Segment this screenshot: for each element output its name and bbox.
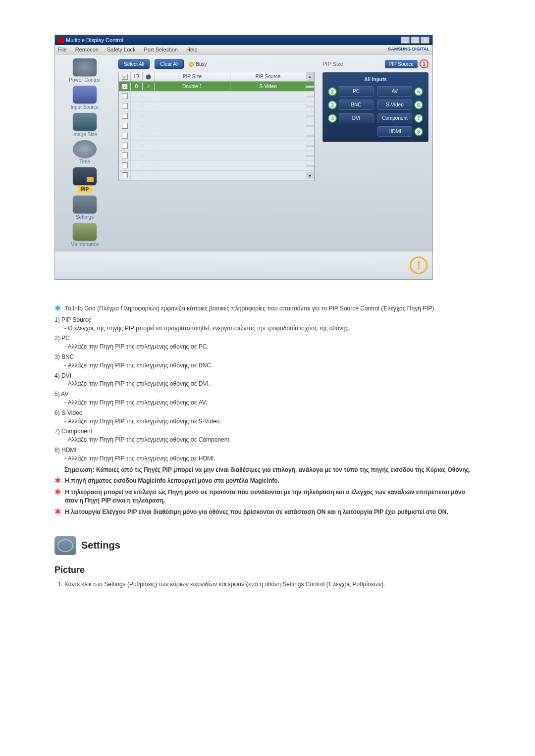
grid-row-empty bbox=[119, 101, 314, 111]
pc-button[interactable]: PC bbox=[339, 86, 374, 97]
menubar: File Remocon Safety Lock Port Selection … bbox=[55, 45, 432, 54]
window-title: Multiple Display Control bbox=[66, 37, 123, 43]
star-note-2: Η τηλεόραση μπορεί να επιλεγεί ως Πηγή μ… bbox=[65, 488, 476, 505]
maintenance-icon bbox=[73, 223, 97, 241]
minimize-button[interactable]: _ bbox=[401, 37, 410, 44]
right-pip-size-label: PIP Size bbox=[322, 61, 343, 67]
status-dot-icon bbox=[146, 84, 151, 89]
grid-row-empty bbox=[119, 92, 314, 101]
callout-8: 8 bbox=[414, 127, 423, 136]
all-inputs-panel: All Inputs 2PC AV5 3BNC S-Video6 4DVI Co… bbox=[322, 72, 428, 142]
menu-file[interactable]: File bbox=[58, 47, 67, 52]
header-checkbox[interactable] bbox=[122, 74, 128, 80]
sidebar-item-settings[interactable]: Settings bbox=[58, 196, 111, 220]
intro-text: Το Info Grid (Πλέγμα Πληροφοριών) εμφανί… bbox=[65, 304, 436, 313]
status-bar: ! bbox=[55, 251, 432, 279]
menu-help[interactable]: Help bbox=[186, 47, 198, 52]
menu-safety[interactable]: Safety Lock bbox=[107, 47, 135, 52]
numbered-list: 1) PIP Source- Ο έλεγχος της πηγής PIP μ… bbox=[54, 316, 476, 463]
col-status-icon: ⬤ bbox=[143, 72, 155, 81]
warning-icon: ! bbox=[410, 256, 428, 274]
close-button[interactable]: × bbox=[421, 37, 429, 44]
star-note-3: Η λειτουργία Ελέγχου PIP είναι διαθέσιμη… bbox=[65, 508, 448, 516]
grid-row-empty: ▾ bbox=[119, 171, 314, 181]
cell-size: Double 1 bbox=[155, 83, 230, 90]
star-icon: ✱ bbox=[54, 304, 61, 312]
maximize-button[interactable]: □ bbox=[411, 37, 420, 44]
info-grid: ID ⬤ PIP Size PIP Source ▴ 0 Double 1 S-… bbox=[118, 72, 315, 181]
star-icon: ✱ bbox=[54, 488, 61, 496]
grid-row-empty bbox=[119, 131, 314, 141]
settings-icon bbox=[73, 196, 97, 213]
select-all-button[interactable]: Select All bbox=[118, 59, 150, 69]
star-icon: ✱ bbox=[54, 477, 61, 485]
callout-1: 1 bbox=[420, 59, 428, 68]
scroll-up-icon[interactable]: ▴ bbox=[306, 72, 314, 81]
callout-4: 4 bbox=[328, 114, 337, 123]
grid-header: ID ⬤ PIP Size PIP Source ▴ bbox=[119, 72, 314, 82]
sidebar: Power Control Input Source Image Size Ti… bbox=[55, 54, 114, 251]
callout-3: 3 bbox=[328, 101, 337, 109]
col-pip-size: PIP Size bbox=[155, 72, 230, 81]
bnc-button[interactable]: BNC bbox=[339, 100, 374, 110]
col-pip-source: PIP Source bbox=[230, 72, 306, 81]
pip-source-button[interactable]: PIP Source bbox=[385, 60, 418, 68]
busy-dot-icon bbox=[189, 62, 194, 67]
callout-2: 2 bbox=[328, 87, 337, 96]
note-text: Σημείωση: Κάποιες από τις Πηγές PIP μπορ… bbox=[64, 466, 476, 474]
grid-row-empty bbox=[119, 151, 314, 161]
picture-heading: Picture bbox=[54, 565, 476, 575]
callout-5: 5 bbox=[414, 87, 423, 96]
image-size-icon bbox=[73, 113, 97, 131]
pip-icon bbox=[73, 167, 97, 185]
cell-source: S-Video bbox=[230, 83, 306, 90]
star-icon: ✱ bbox=[54, 508, 61, 516]
svideo-button[interactable]: S-Video bbox=[377, 100, 412, 110]
sidebar-item-time[interactable]: Time bbox=[58, 140, 111, 164]
settings-section-icon bbox=[54, 536, 76, 555]
menu-remocon[interactable]: Remocon bbox=[75, 47, 99, 52]
busy-indicator: Busy bbox=[189, 61, 207, 67]
menu-port[interactable]: Port Selection bbox=[144, 47, 177, 52]
hdmi-button[interactable]: HDMI bbox=[377, 126, 412, 137]
grid-row-empty bbox=[119, 161, 314, 171]
grid-row-empty bbox=[119, 121, 314, 131]
time-icon bbox=[73, 140, 97, 158]
sidebar-item-image-size[interactable]: Image Size bbox=[58, 113, 111, 137]
titlebar: Multiple Display Control _ □ × bbox=[55, 35, 432, 45]
sidebar-item-input[interactable]: Input Source bbox=[58, 86, 111, 110]
brand-label: SAMSUNG DIGITAL bbox=[388, 47, 429, 52]
sidebar-item-power[interactable]: Power Control bbox=[58, 58, 111, 83]
input-source-icon bbox=[73, 86, 97, 103]
scroll-down-icon[interactable]: ▾ bbox=[306, 172, 314, 179]
callout-7: 7 bbox=[414, 114, 423, 123]
app-screenshot: Multiple Display Control _ □ × File Remo… bbox=[54, 35, 433, 280]
star-note-1: Η πηγή σήματος εισόδου MagicInfo λειτουρ… bbox=[65, 477, 279, 485]
sidebar-item-pip[interactable]: PIP bbox=[58, 167, 111, 193]
av-button[interactable]: AV bbox=[377, 86, 412, 97]
grid-row-empty bbox=[119, 141, 314, 151]
component-button[interactable]: Component bbox=[377, 113, 412, 123]
all-inputs-title: All Inputs bbox=[328, 77, 423, 82]
dvi-button[interactable]: DVI bbox=[339, 113, 374, 123]
cell-id: 0 bbox=[131, 83, 143, 90]
sidebar-item-maintenance[interactable]: Maintenance bbox=[58, 223, 111, 247]
picture-step-1: Κάντε κλικ στο Settings (Ρυθμίσεις) των … bbox=[64, 580, 476, 589]
clear-all-button[interactable]: Clear All bbox=[155, 59, 184, 69]
grid-row-0[interactable]: 0 Double 1 S-Video bbox=[119, 82, 314, 92]
picture-steps: Κάντε κλικ στο Settings (Ρυθμίσεις) των … bbox=[64, 580, 476, 589]
power-icon bbox=[73, 58, 97, 76]
col-id: ID bbox=[131, 72, 143, 81]
grid-row-empty bbox=[119, 111, 314, 121]
app-icon bbox=[58, 37, 64, 43]
settings-heading: Settings bbox=[81, 540, 120, 551]
row-checkbox[interactable] bbox=[122, 84, 128, 90]
callout-6: 6 bbox=[414, 101, 423, 109]
